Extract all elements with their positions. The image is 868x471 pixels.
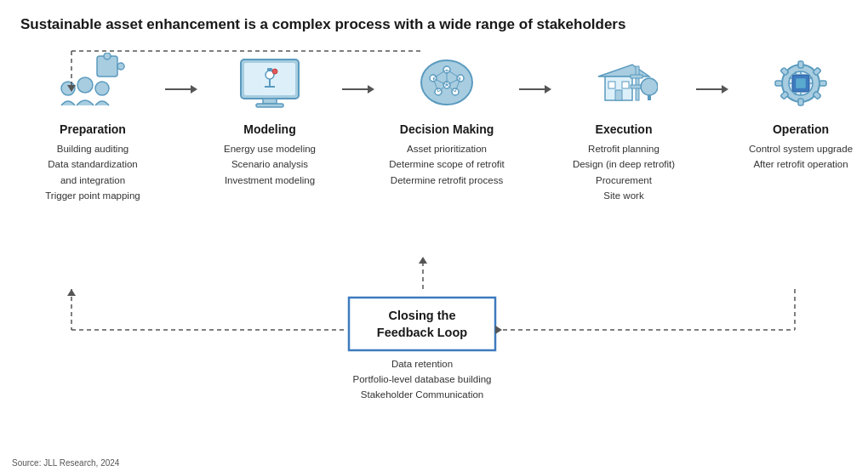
arrow-1: [165, 49, 197, 97]
svg-rect-51: [798, 61, 803, 68]
svg-point-3: [61, 82, 75, 95]
icon-modeling: [236, 49, 304, 117]
svg-rect-16: [267, 68, 272, 71]
arrow-2: [342, 49, 374, 97]
svg-rect-42: [636, 66, 639, 100]
svg-rect-74: [349, 298, 495, 350]
svg-point-4: [77, 77, 93, 93]
step-execution-title: Execution: [596, 122, 653, 136]
svg-text:Source: JLL Research, 2024: Source: JLL Research, 2024: [12, 458, 120, 468]
svg-text:Stakeholder Communication: Stakeholder Communication: [361, 389, 483, 400]
svg-marker-78: [67, 289, 76, 296]
icon-preparation: [59, 49, 127, 117]
icon-operation: [767, 49, 835, 117]
svg-point-45: [641, 78, 658, 95]
svg-marker-7: [191, 85, 197, 94]
svg-rect-46: [648, 95, 651, 100]
svg-rect-52: [798, 99, 803, 105]
main-flow: Preparation Building auditingData standa…: [20, 49, 848, 204]
svg-rect-41: [622, 82, 629, 88]
svg-text:Feedback Loop: Feedback Loop: [377, 326, 467, 339]
svg-marker-48: [722, 85, 728, 94]
step-operation: Operation Control system upgradeAfter re…: [728, 49, 868, 173]
arrow-3: [519, 49, 551, 97]
step-decision-items: Asset prioritizationDetermine scope of r…: [389, 141, 505, 188]
svg-rect-54: [819, 81, 826, 86]
svg-rect-53: [775, 81, 782, 86]
step-modeling-title: Modeling: [243, 122, 295, 136]
svg-rect-10: [263, 99, 277, 104]
svg-point-5: [95, 82, 109, 95]
svg-rect-40: [608, 82, 615, 88]
svg-point-15: [272, 69, 277, 74]
svg-rect-11: [256, 104, 283, 107]
arrow-4: [696, 49, 728, 97]
svg-text:Portfolio-level database build: Portfolio-level database building: [352, 374, 491, 384]
svg-marker-36: [545, 85, 551, 94]
svg-rect-39: [615, 90, 622, 100]
svg-rect-2: [117, 63, 124, 70]
svg-marker-81: [495, 326, 502, 334]
step-operation-items: Control system upgradeAfter retrofit ope…: [749, 141, 853, 173]
svg-text:Closing the: Closing the: [389, 309, 456, 322]
svg-rect-43: [631, 75, 642, 78]
step-preparation-title: Preparation: [60, 122, 126, 136]
svg-rect-60: [796, 78, 806, 88]
step-decision-title: Decision Making: [400, 122, 494, 136]
step-preparation-items: Building auditingData standardizationand…: [45, 141, 140, 204]
page-title: Sustainable asset enhancement is a compl…: [20, 15, 848, 34]
step-modeling-items: Energy use modelingScenario analysisInve…: [224, 141, 316, 188]
step-execution: Execution Retrofit planningDesign (in de…: [551, 49, 696, 204]
svg-rect-1: [104, 53, 111, 60]
step-modeling: Modeling Energy use modelingScenario ana…: [197, 49, 342, 188]
step-operation-title: Operation: [773, 122, 829, 136]
step-decision-making: Decision Making Asset prioritizationDete…: [374, 49, 519, 188]
svg-marker-73: [419, 257, 427, 264]
icon-decision-making: [413, 49, 481, 117]
icon-execution: [590, 49, 658, 117]
step-execution-items: Retrofit planningDesign (in deep retrofi…: [573, 141, 675, 204]
step-preparation: Preparation Building auditingData standa…: [20, 49, 165, 204]
svg-text:Data retention: Data retention: [391, 359, 453, 369]
svg-marker-18: [368, 85, 374, 94]
